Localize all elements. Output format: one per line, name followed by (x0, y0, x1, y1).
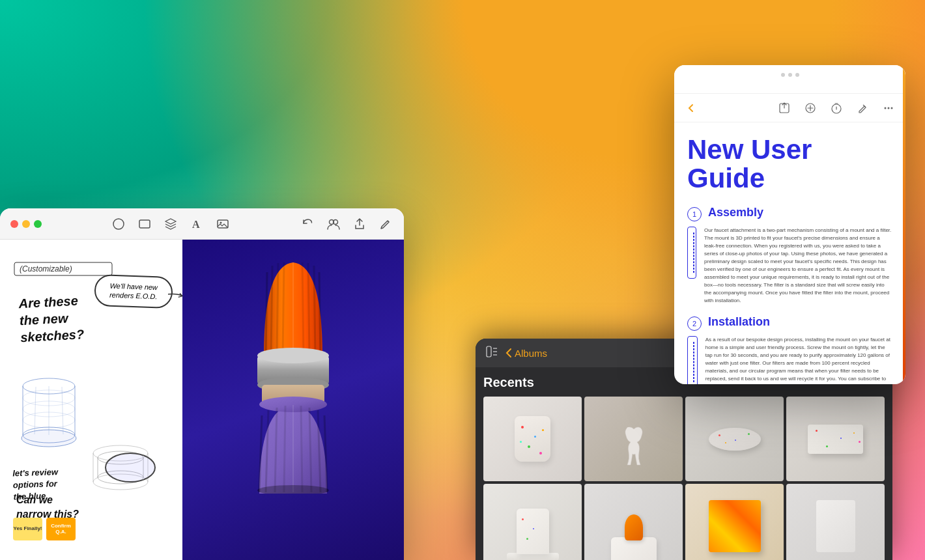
section-installation-text: As a result of our bespoke design proces… (705, 336, 892, 384)
photo-speckled-bowl[interactable] (685, 397, 784, 481)
guide-content[interactable]: New User Guide 1 Assembly Our faucet att… (674, 122, 905, 384)
svg-line-39 (271, 266, 272, 356)
sketch-product-photo (182, 240, 404, 560)
section-installation-header: 2 Installation (687, 315, 892, 331)
svg-point-22 (21, 430, 76, 447)
more-icon[interactable] (879, 99, 898, 117)
svg-line-56 (284, 406, 285, 492)
svg-point-48 (257, 348, 329, 363)
collaborate-icon[interactable] (326, 216, 341, 232)
back-to-albums[interactable]: Albums (505, 348, 547, 359)
section-installation-diagram (687, 336, 698, 384)
timer-icon[interactable] (827, 99, 846, 117)
svg-line-44 (308, 263, 309, 356)
photos-grid-row2 (483, 484, 885, 560)
photo-speckled-cup[interactable] (483, 397, 582, 481)
review-annotation: let's review options for the blue (9, 461, 108, 509)
svg-point-33 (106, 453, 155, 482)
guide-toolbar (674, 94, 905, 122)
layers-icon[interactable] (163, 216, 178, 232)
section-assembly-text: Our faucet attachment is a two-part mech… (704, 227, 892, 305)
svg-line-16 (35, 387, 36, 434)
photos-content: Recents (476, 367, 892, 560)
photos-grid (483, 397, 885, 481)
section-installation-layout: As a result of our bespoke design proces… (687, 336, 892, 384)
section-2-number: 2 (687, 316, 702, 331)
highlight-icon[interactable] (853, 99, 872, 117)
photo-orange-cap[interactable] (584, 484, 683, 560)
svg-line-46 (319, 272, 320, 356)
render-note-text: We'll have new renders E.O.D. (104, 281, 164, 301)
albums-label: Albums (515, 348, 547, 359)
photo-speckled-brick[interactable] (786, 397, 885, 481)
svg-text:A: A (192, 219, 200, 230)
svg-text:sketches?: sketches? (20, 327, 85, 344)
svg-text:options for: options for (13, 479, 58, 490)
guide-document-title: New User Guide (687, 135, 892, 193)
svg-line-58 (301, 406, 302, 492)
svg-point-4 (220, 221, 222, 223)
guide-titlebar (674, 65, 905, 94)
svg-text:(Customizable): (Customizable) (20, 264, 72, 273)
guide-toolbar-icons (775, 99, 898, 117)
scroll-indicator[interactable] (903, 65, 905, 384)
svg-point-66 (885, 107, 887, 109)
share-button[interactable] (775, 99, 793, 117)
minimize-dot[interactable] (22, 220, 30, 228)
rect-tool-icon[interactable] (137, 216, 152, 232)
photo-orange-stripes[interactable] (685, 484, 784, 560)
guide-section-installation: 2 Installation As a result of our bespok… (687, 315, 892, 384)
svg-rect-69 (487, 346, 491, 357)
svg-line-40 (277, 263, 278, 356)
sidebar-grid-icon[interactable] (486, 346, 498, 360)
add-button[interactable] (801, 99, 819, 117)
maximize-dot[interactable] (34, 220, 42, 228)
render-note-bubble: We'll have new renders E.O.D. (94, 274, 173, 309)
guide-titlebar-dots (781, 73, 799, 77)
section-assembly-title: Assembly (708, 206, 763, 219)
svg-point-67 (888, 107, 890, 109)
section-assembly-header: 1 Assembly (687, 206, 892, 221)
circle-tool-icon[interactable] (111, 216, 126, 232)
section-assembly-layout: Our faucet attachment is a two-part mech… (687, 227, 892, 305)
undo-icon[interactable] (300, 216, 315, 232)
edit-icon[interactable] (378, 216, 393, 232)
section-1-number: 1 (687, 207, 702, 221)
title-dot-3 (795, 73, 799, 77)
svg-rect-1 (139, 220, 150, 228)
svg-point-73 (627, 427, 631, 431)
svg-text:Are these: Are these (18, 294, 78, 311)
svg-text:let's review: let's review (12, 467, 59, 478)
photo-extra[interactable] (786, 484, 885, 560)
text-tool-icon[interactable]: A (189, 216, 205, 232)
svg-point-68 (891, 107, 893, 109)
back-icon[interactable] (682, 99, 700, 117)
svg-text:the blue: the blue (13, 491, 46, 502)
svg-line-41 (283, 262, 284, 356)
diagram-inner-1 (693, 232, 694, 273)
close-dot[interactable] (10, 220, 18, 228)
sticky-notes-area: Yes Finally! Confirm Q.A. (13, 518, 76, 540)
title-dot-2 (788, 73, 792, 77)
diagram-inner-2 (693, 342, 694, 382)
image-tool-icon[interactable] (215, 216, 231, 232)
share-icon[interactable] (352, 216, 367, 232)
sketch-toolbar-right (300, 216, 393, 232)
svg-line-38 (266, 272, 267, 356)
svg-text:the new: the new (19, 311, 69, 328)
sticky-note-qa: Confirm Q.A. (46, 518, 76, 540)
photo-animal-sculpture[interactable] (584, 397, 683, 481)
svg-point-0 (113, 219, 124, 229)
section-assembly-diagram (687, 227, 696, 279)
traffic-lights (10, 220, 42, 228)
title-dot-1 (781, 73, 785, 77)
photo-white-platform[interactable] (483, 484, 582, 560)
sketch-canvas: (Customizable) Are these the new sketche… (0, 240, 404, 560)
sketch-window: A (0, 208, 404, 560)
guide-section-assembly: 1 Assembly Our faucet attachment is a tw… (687, 206, 892, 305)
sticky-note-yes: Yes Finally! (13, 518, 42, 540)
section-installation-title: Installation (708, 315, 770, 329)
guide-window: New User Guide 1 Assembly Our faucet att… (674, 65, 905, 384)
svg-line-18 (62, 387, 63, 434)
svg-line-43 (302, 262, 304, 356)
